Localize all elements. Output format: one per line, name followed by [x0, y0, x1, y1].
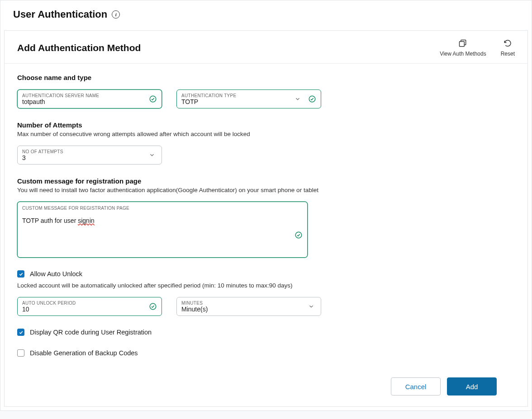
auto-unlock-sub: Locked account will be automatically unl… [17, 282, 515, 289]
auth-server-name-input[interactable] [22, 98, 142, 105]
allow-auto-unlock-row: Allow Auto Unlock [17, 270, 515, 278]
checkmark-icon [19, 272, 24, 277]
custom-msg-text-err: signin [78, 217, 95, 224]
view-auth-methods-button[interactable]: View Auth Methods [440, 39, 486, 57]
footer-actions: Cancel Add [17, 373, 515, 396]
section-attempts-sub: Max number of consecutive wrong attempts… [17, 131, 515, 137]
form-body: Choose name and type AUTHENTICATION SERV… [5, 64, 527, 406]
section-name-type-title: Choose name and type [17, 74, 515, 81]
check-circle-icon [149, 95, 157, 103]
auth-server-name-field[interactable]: AUTHENTICATION SERVER NAME [17, 89, 162, 108]
add-button[interactable]: Add [447, 377, 497, 395]
page-container: User Authentication i Add Authentication… [0, 0, 532, 411]
allow-auto-unlock-checkbox[interactable] [17, 270, 24, 278]
cancel-button[interactable]: Cancel [391, 377, 441, 395]
row-name-type: AUTHENTICATION SERVER NAME AUTHENTICATIO… [17, 89, 515, 108]
auth-server-name-label: AUTHENTICATION SERVER NAME [22, 93, 142, 98]
no-of-attempts-value: 3 [22, 154, 146, 161]
check-circle-icon [308, 95, 316, 103]
section-attempts-title: Number of Attempts [17, 121, 515, 129]
custom-msg-field[interactable]: CUSTOM MESSAGE FOR REGISTRATION PAGE TOT… [17, 202, 308, 258]
check-circle-icon [294, 231, 303, 239]
allow-auto-unlock-label: Allow Auto Unlock [30, 270, 82, 278]
reset-button[interactable]: Reset [501, 39, 515, 57]
info-icon[interactable]: i [112, 10, 120, 19]
auth-type-field[interactable]: AUTHENTICATION TYPE TOTP [176, 89, 321, 108]
row-custom-msg: CUSTOM MESSAGE FOR REGISTRATION PAGE TOT… [17, 202, 515, 258]
chevron-down-icon [308, 303, 314, 310]
auto-unlock-unit-label: MINUTES [181, 301, 305, 306]
windows-icon [458, 39, 467, 48]
section-custom-msg-sub: You will need to install two factor auth… [17, 187, 515, 193]
row-attempts: NO OF ATTEMPTS 3 [17, 146, 515, 165]
custom-msg-label: CUSTOM MESSAGE FOR REGISTRATION PAGE [22, 206, 288, 211]
auto-unlock-period-input[interactable] [22, 306, 142, 313]
disable-backup-label: Disable Generation of Backup Codes [30, 349, 138, 357]
display-qr-checkbox[interactable] [17, 329, 24, 336]
page-header: User Authentication i [0, 0, 532, 28]
row-auto-unlock: AUTO UNLOCK PERIOD MINUTES Minute(s) [17, 297, 515, 316]
panel-title: Add Authentication Method [17, 42, 141, 53]
checkmark-icon [19, 330, 24, 335]
display-qr-label: Display QR code during User Registration [30, 329, 152, 336]
display-qr-row: Display QR code during User Registration [17, 329, 515, 336]
auth-type-label: AUTHENTICATION TYPE [181, 93, 302, 98]
reset-label: Reset [501, 51, 515, 57]
disable-backup-checkbox[interactable] [17, 349, 24, 357]
panel-actions: View Auth Methods Reset [440, 39, 515, 57]
check-circle-icon [149, 302, 157, 311]
view-auth-methods-label: View Auth Methods [440, 51, 486, 57]
svg-rect-0 [460, 42, 465, 47]
custom-msg-text-pre: TOTP auth for user [22, 217, 78, 224]
auth-type-value: TOTP [181, 98, 302, 105]
disable-backup-row: Disable Generation of Backup Codes [17, 349, 515, 357]
no-of-attempts-label: NO OF ATTEMPTS [22, 149, 146, 154]
auto-unlock-period-field[interactable]: AUTO UNLOCK PERIOD [17, 297, 162, 316]
section-custom-msg-title: Custom message for registration page [17, 177, 515, 185]
auto-unlock-unit-field[interactable]: MINUTES Minute(s) [176, 297, 321, 316]
no-of-attempts-field[interactable]: NO OF ATTEMPTS 3 [17, 146, 162, 165]
form-panel: Add Authentication Method View Auth Meth… [4, 30, 528, 407]
custom-msg-input[interactable]: TOTP auth for user signin [22, 217, 288, 244]
chevron-down-icon [149, 152, 155, 158]
auto-unlock-period-label: AUTO UNLOCK PERIOD [22, 301, 142, 306]
page-title: User Authentication [13, 9, 107, 20]
reset-icon [503, 39, 512, 48]
auto-unlock-unit-value: Minute(s) [181, 306, 305, 313]
panel-header: Add Authentication Method View Auth Meth… [5, 31, 527, 64]
